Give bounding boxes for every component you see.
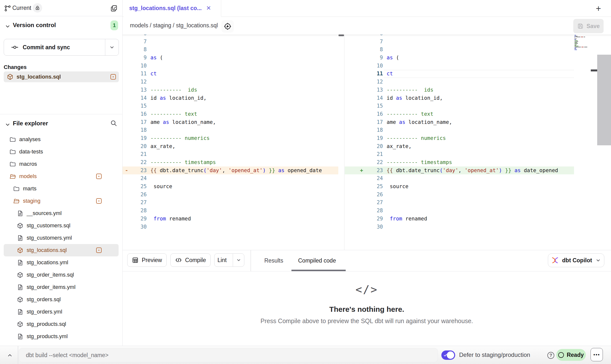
code-line[interactable]: 30 <box>123 223 338 231</box>
code-line[interactable]: 22---------- timestamps <box>345 158 574 166</box>
scrollbar-thumb[interactable] <box>591 69 597 71</box>
code-line[interactable]: 6 <box>345 34 574 38</box>
branch-name[interactable]: Current <box>12 5 31 11</box>
code-line[interactable]: 8 <box>345 46 574 54</box>
breadcrumb[interactable]: models / staging / stg_locations.sql <box>130 22 218 29</box>
code-line[interactable]: 29 from renamed <box>123 215 338 223</box>
tab-stg-locations-sql[interactable]: stg_locations.sql (last co... ✕ <box>124 0 221 17</box>
commit-options-button[interactable] <box>105 39 119 55</box>
code-line[interactable]: 14id as location_id, <box>123 94 338 102</box>
code-line[interactable]: 28 <box>345 207 574 215</box>
code-line[interactable]: 25 source <box>345 182 574 191</box>
preview-button[interactable]: Preview <box>127 253 167 267</box>
code-line[interactable]: 21 <box>345 150 574 158</box>
code-line[interactable]: +23{{ dbt.date_trunc('day', 'opened_at')… <box>345 166 574 175</box>
duplicate-icon[interactable] <box>110 4 118 12</box>
code-line[interactable]: 7 <box>123 38 338 46</box>
file-explorer-header[interactable]: File explorer <box>0 114 122 133</box>
tree-item-__sources.yml[interactable]: __sources.yml <box>4 207 119 219</box>
code-line[interactable]: 12 <box>123 78 338 86</box>
code-line[interactable]: 13---------- ids <box>123 86 338 94</box>
tree-item-analyses[interactable]: analyses <box>4 133 119 146</box>
code-line[interactable]: 17ame as location_name, <box>345 118 574 126</box>
dbt-copilot-button[interactable]: dbt Copilot <box>548 253 604 267</box>
version-control-header[interactable]: Version control 1 <box>0 20 122 32</box>
code-line[interactable]: 28 <box>123 207 338 215</box>
tree-item-stg_orders.sql[interactable]: stg_orders.sql <box>4 293 119 306</box>
help-icon[interactable]: ? <box>547 352 554 359</box>
code-line[interactable]: 25 source <box>123 182 338 191</box>
tree-item-data-tests[interactable]: data-tests <box>4 146 119 158</box>
changed-file-stg-locations[interactable]: stg_locations.sql <box>4 71 119 82</box>
code-line[interactable]: 11ct <box>123 70 338 78</box>
code-line[interactable]: 14id as location_id, <box>345 94 574 102</box>
code-line[interactable]: 19---------- numerics <box>123 134 338 142</box>
lineage-button[interactable] <box>221 20 234 33</box>
code-line[interactable]: 29 from renamed <box>345 215 574 223</box>
code-line[interactable]: 19---------- numerics <box>345 134 574 142</box>
code-line[interactable]: 17ame as location_name, <box>123 118 338 126</box>
code-line[interactable]: 13---------- ids <box>345 86 574 94</box>
code-line[interactable]: 9as ( <box>123 54 338 62</box>
code-line[interactable]: 26 <box>123 191 338 199</box>
code-line[interactable]: 24 <box>123 174 338 182</box>
code-line[interactable]: 18 <box>345 126 574 134</box>
more-options-button[interactable]: ••• <box>591 348 603 361</box>
code-line[interactable]: 16---------- text <box>123 110 338 118</box>
search-icon[interactable] <box>110 119 118 127</box>
code-line[interactable]: 20ax_rate, <box>345 142 574 150</box>
diff-pane-modified[interactable]: 6789as (1011ct1213---------- ids14id as … <box>345 34 611 250</box>
code-line[interactable]: 16---------- text <box>345 110 574 118</box>
code-line[interactable]: 24 <box>345 174 574 182</box>
code-line[interactable]: 8 <box>123 46 338 54</box>
collapse-panel-button[interactable] <box>5 352 14 359</box>
tree-item-stg_locations.sql[interactable]: stg_locations.sql <box>4 244 119 256</box>
new-tab-button[interactable]: + <box>593 3 604 14</box>
tree-item-stg_customers.sql[interactable]: stg_customers.sql <box>4 219 119 232</box>
tab-compiled-code[interactable]: Compiled code <box>298 250 336 271</box>
code-line[interactable]: 22---------- timestamps <box>123 158 338 166</box>
code-line[interactable]: 20ax_rate, <box>123 142 338 150</box>
code-line[interactable]: 10 <box>345 62 574 70</box>
tree-item-stg_order_items.sql[interactable]: stg_order_items.sql <box>4 269 119 281</box>
tree-item-macros[interactable]: macros <box>4 158 119 170</box>
scrollbar-thumb[interactable] <box>339 34 344 36</box>
tree-item-stg_orders.yml[interactable]: stg_orders.yml <box>4 306 119 318</box>
code-line[interactable]: 9as ( <box>345 54 574 62</box>
code-line[interactable]: 15 <box>345 102 574 110</box>
tree-item-models[interactable]: models <box>4 170 119 182</box>
tree-item-stg_customers.yml[interactable]: stg_customers.yml <box>4 232 119 244</box>
code-line[interactable]: 6 <box>123 34 338 38</box>
code-line[interactable]: 10 <box>123 62 338 70</box>
code-line[interactable]: 30 <box>345 223 574 231</box>
tree-item-staging[interactable]: staging <box>4 195 119 207</box>
minimap[interactable] <box>575 35 592 51</box>
code-line[interactable]: 12 <box>345 78 574 86</box>
defer-toggle[interactable] <box>441 350 455 360</box>
code-line[interactable]: 26 <box>345 191 574 199</box>
tree-item-marts[interactable]: marts <box>4 182 119 195</box>
code-line[interactable]: 7 <box>345 38 574 46</box>
diff-pane-original[interactable]: 6789as (1011ct1213---------- ids14id as … <box>123 34 344 250</box>
tree-item-stg_locations.yml[interactable]: stg_locations.yml <box>4 256 119 269</box>
page-scrollbar[interactable] <box>597 55 611 145</box>
code-line[interactable]: 15 <box>123 102 338 110</box>
close-icon[interactable]: ✕ <box>206 5 211 11</box>
save-button[interactable]: Save <box>573 19 604 33</box>
code-line[interactable]: 27 <box>345 199 574 207</box>
tree-item-stg_order_items.yml[interactable]: stg_order_items.yml <box>4 281 119 293</box>
compile-button[interactable]: Compile <box>170 253 211 267</box>
code-line[interactable]: -23{{ dbt.date_trunc('day', 'opened_at')… <box>123 166 338 175</box>
commit-and-sync-button[interactable]: Commit and sync <box>4 39 105 55</box>
tree-item-stg_products.sql[interactable]: stg_products.sql <box>4 318 119 330</box>
code-line[interactable]: 27 <box>123 199 338 207</box>
command-input[interactable]: dbt build --select <model_name> <box>19 348 438 362</box>
tree-item-stg_products.yml[interactable]: stg_products.yml <box>4 330 119 343</box>
code-line[interactable]: 21 <box>123 150 338 158</box>
tab-results[interactable]: Results <box>264 250 283 271</box>
lint-options-button[interactable] <box>233 254 244 266</box>
code-line[interactable]: 18 <box>123 126 338 134</box>
tree-item-label: __sources.yml <box>27 210 62 216</box>
lint-button[interactable]: Lint <box>215 257 230 264</box>
code-line[interactable]: 11ct <box>345 70 574 78</box>
